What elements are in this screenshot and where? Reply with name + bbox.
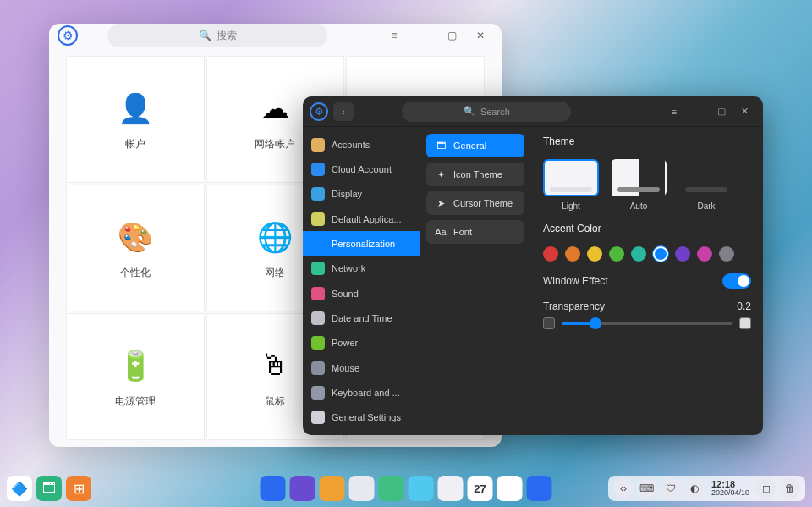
sidebar-label: Accounts bbox=[332, 140, 370, 150]
accent-swatch-5[interactable] bbox=[653, 246, 668, 262]
accent-swatch-0[interactable] bbox=[543, 246, 558, 262]
dock-calendar[interactable]: 27 bbox=[468, 476, 493, 501]
sidebar-item-network[interactable]: Network bbox=[303, 256, 420, 281]
dock-app-5[interactable] bbox=[409, 476, 434, 501]
dark-close-button[interactable]: ✕ bbox=[734, 103, 756, 120]
subnav-label: Icon Theme bbox=[453, 169, 502, 179]
accent-swatch-8[interactable] bbox=[719, 246, 734, 262]
sidebar-icon bbox=[311, 287, 325, 300]
subnav-font[interactable]: AaFont bbox=[426, 220, 524, 244]
dock-launcher-2[interactable]: ⊞ bbox=[66, 476, 91, 501]
dock-launcher-1[interactable]: 🗔 bbox=[36, 476, 62, 501]
sidebar-label: Default Applica... bbox=[332, 214, 402, 224]
light-minimize-button[interactable]: — bbox=[410, 26, 436, 45]
personalization-subnav: 🗔General✦Icon Theme➤Cursor ThemeAaFont bbox=[420, 127, 531, 435]
grid-icon: 🔋 bbox=[115, 345, 156, 386]
theme-thumb bbox=[543, 159, 599, 196]
sidebar-icon bbox=[311, 212, 325, 226]
accent-swatch-4[interactable] bbox=[631, 246, 646, 262]
light-search-placeholder: 搜索 bbox=[217, 29, 237, 43]
dark-minimize-button[interactable]: — bbox=[687, 103, 709, 120]
dock-app-2[interactable] bbox=[320, 476, 345, 501]
settings-logo-icon: ⚙ bbox=[310, 102, 328, 121]
sidebar-label: Network bbox=[332, 263, 365, 273]
sidebar-label: Power bbox=[332, 338, 358, 348]
sidebar-item-mouse[interactable]: Mouse bbox=[303, 355, 420, 380]
subnav-general[interactable]: 🗔General bbox=[426, 134, 524, 157]
dock-app-0[interactable] bbox=[261, 476, 286, 501]
sidebar-item-display[interactable]: Display bbox=[303, 182, 420, 207]
sidebar-item-power[interactable]: Power bbox=[303, 331, 420, 355]
accent-swatch-6[interactable] bbox=[675, 246, 690, 262]
grid-icon: ☁ bbox=[255, 88, 295, 129]
theme-options: LightAutoDark bbox=[543, 159, 751, 211]
slider-knob[interactable] bbox=[590, 317, 601, 329]
sidebar-label: Keyboard and ... bbox=[332, 388, 400, 398]
tray-keyboard-icon[interactable]: ⌨ bbox=[637, 478, 657, 499]
search-icon: 🔍 bbox=[464, 106, 475, 117]
dark-search-input[interactable]: 🔍 Search bbox=[402, 102, 571, 122]
sidebar-label: Display bbox=[332, 189, 362, 199]
window-effect-toggle[interactable] bbox=[722, 273, 751, 289]
subnav-cursor-theme[interactable]: ➤Cursor Theme bbox=[426, 191, 524, 215]
dock-app-4[interactable] bbox=[379, 476, 404, 501]
sidebar-item-cloud-account[interactable]: Cloud Account bbox=[303, 157, 420, 181]
dock-app-3[interactable] bbox=[349, 476, 375, 501]
sidebar-item-date-and-time[interactable]: Date and Time bbox=[303, 306, 420, 330]
tray-shield-icon[interactable]: 🛡 bbox=[661, 478, 681, 499]
subnav-label: General bbox=[453, 141, 486, 151]
sidebar-item-sound[interactable]: Sound bbox=[303, 281, 420, 306]
tray-desktop-icon[interactable]: ◻ bbox=[756, 478, 776, 499]
sidebar-label: Sound bbox=[332, 289, 359, 299]
theme-dark[interactable]: Dark bbox=[678, 159, 734, 211]
sidebar-icon bbox=[311, 361, 325, 375]
sidebar-label: Date and Time bbox=[332, 313, 392, 323]
sidebar-icon bbox=[311, 237, 325, 251]
subnav-icon-theme[interactable]: ✦Icon Theme bbox=[426, 163, 524, 186]
sidebar-label: General Settings bbox=[332, 412, 401, 422]
tray-network-icon[interactable]: ◐ bbox=[684, 478, 705, 499]
grid-icon: 🖱 bbox=[255, 345, 295, 386]
dock-app-6[interactable] bbox=[438, 476, 464, 501]
light-search-input[interactable]: 🔍 搜索 bbox=[107, 24, 327, 47]
grid-icon: 👤 bbox=[115, 88, 156, 129]
sidebar-icon bbox=[311, 386, 325, 400]
dock-launcher-0[interactable]: 🔷 bbox=[7, 476, 32, 501]
tray-trash-icon[interactable]: 🗑 bbox=[780, 478, 800, 499]
tray-arrows-icon[interactable]: ‹› bbox=[613, 478, 634, 499]
light-close-button[interactable]: ✕ bbox=[468, 26, 493, 45]
sidebar-label: Cloud Account bbox=[332, 164, 392, 174]
dark-maximize-button[interactable]: ▢ bbox=[710, 103, 732, 120]
sidebar-icon bbox=[311, 187, 325, 201]
sidebar-label: Personalization bbox=[332, 239, 395, 249]
sidebar-item-general-settings[interactable]: General Settings bbox=[303, 405, 420, 430]
accent-swatches bbox=[543, 246, 751, 262]
subnav-icon: ✦ bbox=[435, 168, 447, 180]
accent-swatch-2[interactable] bbox=[587, 246, 602, 262]
dark-menu-button[interactable]: ≡ bbox=[663, 103, 685, 120]
tray-clock[interactable]: 12:18 2020/04/10 bbox=[708, 480, 753, 497]
theme-thumb bbox=[678, 159, 734, 196]
slider-max-icon bbox=[739, 317, 751, 329]
transparency-slider[interactable] bbox=[562, 322, 732, 325]
grid-cell-6[interactable]: 🔋电源管理 bbox=[66, 313, 205, 440]
theme-light[interactable]: Light bbox=[543, 159, 599, 211]
sidebar-item-keyboard-and-[interactable]: Keyboard and ... bbox=[303, 380, 420, 405]
grid-cell-0[interactable]: 👤帐户 bbox=[66, 56, 205, 183]
back-button[interactable]: ‹ bbox=[333, 102, 354, 121]
accent-swatch-7[interactable] bbox=[697, 246, 712, 262]
sidebar-item-default-applica-[interactable]: Default Applica... bbox=[303, 207, 420, 231]
dock-app-7[interactable] bbox=[497, 476, 523, 501]
dock-app-8[interactable] bbox=[527, 476, 552, 501]
theme-auto[interactable]: Auto bbox=[611, 159, 667, 211]
light-menu-button[interactable]: ≡ bbox=[381, 26, 407, 45]
accent-swatch-1[interactable] bbox=[565, 246, 580, 262]
taskbar: 🔷🗔⊞ 27 ‹› ⌨ 🛡 ◐ 12:18 2020/04/10 ◻ 🗑 bbox=[7, 473, 805, 504]
accent-swatch-3[interactable] bbox=[609, 246, 624, 262]
sidebar-item-personalization[interactable]: Personalization bbox=[303, 231, 420, 256]
dock-app-1[interactable] bbox=[290, 476, 315, 501]
light-maximize-button[interactable]: ▢ bbox=[439, 26, 464, 45]
grid-cell-3[interactable]: 🎨个性化 bbox=[66, 185, 205, 311]
sidebar-item-accounts[interactable]: Accounts bbox=[303, 132, 420, 157]
sidebar-icon bbox=[311, 163, 325, 176]
